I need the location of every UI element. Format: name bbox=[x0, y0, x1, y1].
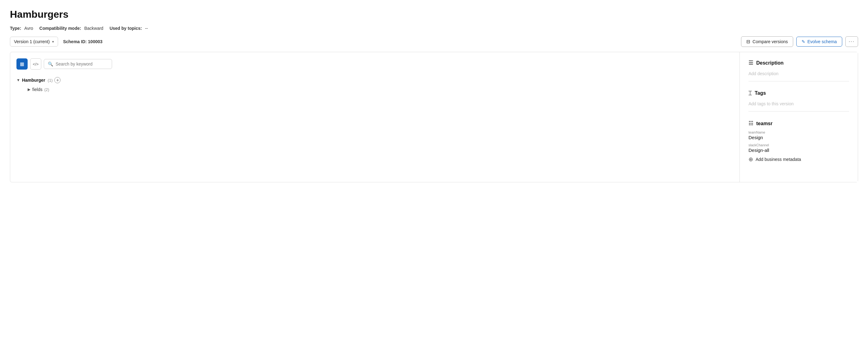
teamname-value: Design bbox=[748, 135, 849, 140]
tree-root: ▼ Hamburger (1) + bbox=[17, 77, 733, 83]
add-meta-icon: ⊕ bbox=[748, 156, 753, 163]
code-view-button[interactable]: </> bbox=[30, 58, 41, 69]
compare-versions-button[interactable]: ⊟ Compare versions bbox=[741, 36, 793, 47]
chevron-down-icon: ▾ bbox=[52, 40, 54, 44]
schema-id: Schema ID: 100003 bbox=[63, 39, 102, 44]
compare-icon: ⊟ bbox=[746, 39, 750, 45]
schema-id-value: 100003 bbox=[88, 39, 102, 44]
tree-root-arrow: ▼ bbox=[17, 78, 20, 82]
version-label: Version 1 (current) bbox=[14, 39, 50, 44]
visual-view-button[interactable]: ▦ bbox=[17, 58, 28, 69]
teamsr-label: teamsr bbox=[756, 121, 772, 126]
schema-tree: ▼ Hamburger (1) + ▶ fields (2) bbox=[17, 77, 733, 92]
teamsr-icon: ☷ bbox=[748, 120, 753, 127]
type-label: Type: bbox=[10, 26, 21, 31]
slackchannel-field: slackChannel Design-all bbox=[748, 143, 849, 153]
tags-divider bbox=[748, 111, 849, 112]
tree-child: ▶ fields (2) bbox=[28, 87, 733, 92]
topics-value: -- bbox=[145, 26, 148, 31]
main-area: ▦ </> 🔍 ▼ Hamburger (1) + bbox=[10, 52, 858, 182]
description-icon: ☰ bbox=[748, 60, 753, 66]
tags-label: Tags bbox=[755, 90, 766, 96]
search-box[interactable]: 🔍 bbox=[44, 59, 112, 69]
version-dropdown[interactable]: Version 1 (current) ▾ bbox=[10, 37, 58, 47]
toolbar-row: Version 1 (current) ▾ Schema ID: 100003 … bbox=[10, 36, 858, 47]
visual-icon: ▦ bbox=[20, 61, 24, 67]
description-label: Description bbox=[756, 60, 783, 66]
more-icon: ··· bbox=[849, 39, 855, 44]
teamsr-header: ☷ teamsr bbox=[748, 120, 849, 127]
code-icon: </> bbox=[33, 62, 39, 66]
schema-id-label: Schema ID: bbox=[63, 39, 87, 44]
action-buttons: ⊟ Compare versions ✎ Evolve schema ··· bbox=[741, 36, 858, 47]
add-business-metadata-button[interactable]: ⊕ Add business metadata bbox=[748, 156, 849, 163]
tags-section: ⌶ Tags Add tags to this version bbox=[748, 90, 849, 112]
teamname-field: teamName Design bbox=[748, 130, 849, 140]
tree-child-arrow[interactable]: ▶ bbox=[28, 87, 30, 92]
slackchannel-label: slackChannel bbox=[748, 143, 849, 147]
description-section: ☰ Description Add description bbox=[748, 60, 849, 81]
more-options-button[interactable]: ··· bbox=[845, 36, 858, 47]
search-icon: 🔍 bbox=[48, 61, 53, 66]
search-input[interactable] bbox=[56, 61, 108, 66]
add-field-button[interactable]: + bbox=[54, 77, 61, 83]
compat-label: Compatibility mode: bbox=[39, 26, 81, 31]
type-value: Avro bbox=[24, 26, 33, 31]
add-tags-placeholder[interactable]: Add tags to this version bbox=[748, 100, 849, 109]
description-divider bbox=[748, 81, 849, 81]
schema-panel: ▦ </> 🔍 ▼ Hamburger (1) + bbox=[10, 52, 740, 182]
tree-child-count: (2) bbox=[44, 87, 49, 92]
meta-row: Type: Avro Compatibility mode: Backward … bbox=[10, 26, 858, 31]
compat-value: Backward bbox=[84, 26, 103, 31]
schema-toolbar: ▦ </> 🔍 bbox=[17, 58, 733, 69]
add-description-placeholder[interactable]: Add description bbox=[748, 70, 849, 79]
teamsr-section: ☷ teamsr teamName Design slackChannel De… bbox=[748, 120, 849, 153]
slackchannel-value: Design-all bbox=[748, 148, 849, 153]
side-panel: ☰ Description Add description ⌶ Tags Add… bbox=[740, 52, 858, 182]
topics-label: Used by topics: bbox=[110, 26, 142, 31]
tags-header: ⌶ Tags bbox=[748, 90, 849, 96]
teamname-label: teamName bbox=[748, 130, 849, 134]
page-container: Hamburgers Type: Avro Compatibility mode… bbox=[0, 0, 868, 351]
version-selector: Version 1 (current) ▾ Schema ID: 100003 bbox=[10, 37, 102, 47]
page-title: Hamburgers bbox=[10, 9, 858, 20]
tree-root-label: Hamburger bbox=[22, 78, 45, 83]
tree-child-label: fields bbox=[32, 87, 42, 92]
evolve-schema-button[interactable]: ✎ Evolve schema bbox=[796, 37, 842, 47]
evolve-icon: ✎ bbox=[802, 39, 805, 44]
tree-root-count: (1) bbox=[48, 78, 53, 83]
description-header: ☰ Description bbox=[748, 60, 849, 66]
tag-icon: ⌶ bbox=[748, 90, 752, 96]
add-meta-label: Add business metadata bbox=[755, 157, 801, 162]
